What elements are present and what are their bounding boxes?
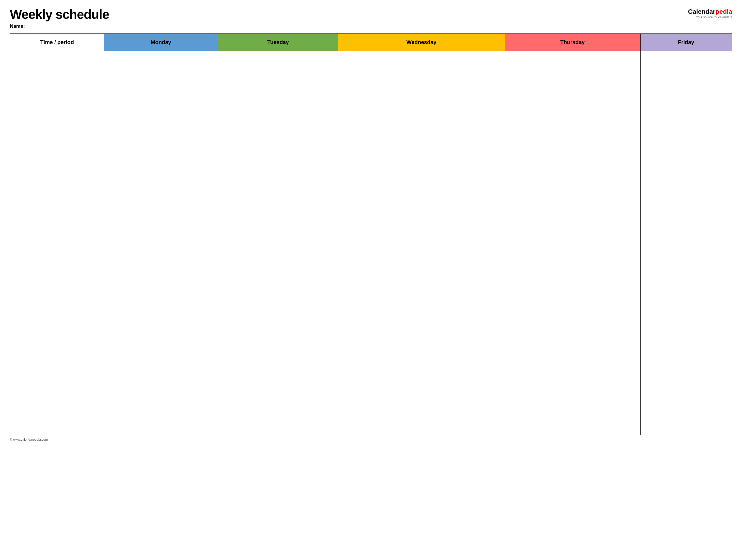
table-cell[interactable]	[505, 339, 640, 371]
table-row	[10, 115, 732, 147]
table-cell[interactable]	[338, 147, 505, 179]
logo-text: Calendarpedia	[688, 8, 732, 15]
table-cell[interactable]	[104, 403, 218, 435]
table-cell[interactable]	[505, 243, 640, 275]
table-cell[interactable]	[104, 371, 218, 403]
table-cell[interactable]	[505, 307, 640, 339]
table-cell[interactable]	[338, 179, 505, 211]
table-cell[interactable]	[10, 179, 104, 211]
table-cell[interactable]	[218, 307, 338, 339]
table-cell[interactable]	[338, 371, 505, 403]
table-cell[interactable]	[218, 51, 338, 83]
logo-calendar-part: Calendar	[688, 8, 716, 15]
table-cell[interactable]	[10, 339, 104, 371]
table-cell[interactable]	[640, 147, 732, 179]
table-row	[10, 147, 732, 179]
table-row	[10, 371, 732, 403]
table-cell[interactable]	[338, 307, 505, 339]
table-cell[interactable]	[505, 51, 640, 83]
table-cell[interactable]	[640, 51, 732, 83]
table-cell[interactable]	[338, 211, 505, 243]
table-cell[interactable]	[10, 243, 104, 275]
schedule-body	[10, 51, 732, 435]
table-cell[interactable]	[10, 275, 104, 307]
table-cell[interactable]	[218, 211, 338, 243]
table-cell[interactable]	[640, 83, 732, 115]
page-title: Weekly schedule	[10, 7, 109, 21]
logo-tagline: Your source for calendars	[696, 15, 732, 19]
table-cell[interactable]	[640, 371, 732, 403]
table-cell[interactable]	[338, 403, 505, 435]
table-cell[interactable]	[640, 339, 732, 371]
table-cell[interactable]	[338, 275, 505, 307]
table-cell[interactable]	[10, 115, 104, 147]
table-cell[interactable]	[505, 275, 640, 307]
table-cell[interactable]	[338, 243, 505, 275]
title-block: Weekly schedule Name:	[10, 7, 109, 29]
table-cell[interactable]	[640, 403, 732, 435]
table-cell[interactable]	[338, 115, 505, 147]
table-cell[interactable]	[104, 275, 218, 307]
table-cell[interactable]	[218, 339, 338, 371]
table-cell[interactable]	[505, 179, 640, 211]
table-cell[interactable]	[10, 51, 104, 83]
table-row	[10, 83, 732, 115]
table-cell[interactable]	[218, 371, 338, 403]
col-header-thursday: Thursday	[505, 34, 640, 51]
table-row	[10, 179, 732, 211]
table-cell[interactable]	[104, 83, 218, 115]
table-cell[interactable]	[505, 403, 640, 435]
table-cell[interactable]	[338, 51, 505, 83]
schedule-table: Time / period Monday Tuesday Wednesday T…	[10, 34, 732, 435]
table-cell[interactable]	[505, 83, 640, 115]
col-header-friday: Friday	[640, 34, 732, 51]
table-cell[interactable]	[640, 275, 732, 307]
table-cell[interactable]	[10, 83, 104, 115]
table-cell[interactable]	[104, 243, 218, 275]
table-cell[interactable]	[104, 211, 218, 243]
col-header-time: Time / period	[10, 34, 104, 51]
table-cell[interactable]	[10, 307, 104, 339]
table-row	[10, 275, 732, 307]
logo-pedia-part: pedia	[716, 8, 732, 15]
table-cell[interactable]	[104, 179, 218, 211]
table-cell[interactable]	[505, 147, 640, 179]
table-cell[interactable]	[218, 275, 338, 307]
table-cell[interactable]	[10, 403, 104, 435]
table-cell[interactable]	[505, 371, 640, 403]
table-row	[10, 243, 732, 275]
table-cell[interactable]	[338, 83, 505, 115]
table-cell[interactable]	[104, 147, 218, 179]
table-cell[interactable]	[104, 339, 218, 371]
table-cell[interactable]	[640, 115, 732, 147]
footer: © www.calendarpedia.com	[10, 438, 732, 441]
table-row	[10, 51, 732, 83]
table-cell[interactable]	[104, 307, 218, 339]
table-cell[interactable]	[10, 147, 104, 179]
table-cell[interactable]	[104, 115, 218, 147]
table-cell[interactable]	[505, 211, 640, 243]
col-header-wednesday: Wednesday	[338, 34, 505, 51]
table-cell[interactable]	[10, 211, 104, 243]
logo-block: Calendarpedia Your source for calendars	[688, 8, 732, 19]
name-label: Name:	[10, 23, 109, 29]
table-cell[interactable]	[218, 83, 338, 115]
table-row	[10, 211, 732, 243]
table-cell[interactable]	[218, 243, 338, 275]
table-cell[interactable]	[218, 115, 338, 147]
table-cell[interactable]	[218, 403, 338, 435]
table-row	[10, 339, 732, 371]
footer-url: © www.calendarpedia.com	[10, 438, 48, 441]
table-cell[interactable]	[218, 147, 338, 179]
table-cell[interactable]	[640, 179, 732, 211]
table-cell[interactable]	[640, 211, 732, 243]
table-cell[interactable]	[338, 339, 505, 371]
table-cell[interactable]	[104, 51, 218, 83]
table-cell[interactable]	[218, 179, 338, 211]
col-header-tuesday: Tuesday	[218, 34, 338, 51]
table-cell[interactable]	[10, 371, 104, 403]
table-cell[interactable]	[640, 243, 732, 275]
table-row	[10, 307, 732, 339]
table-cell[interactable]	[640, 307, 732, 339]
table-cell[interactable]	[505, 115, 640, 147]
